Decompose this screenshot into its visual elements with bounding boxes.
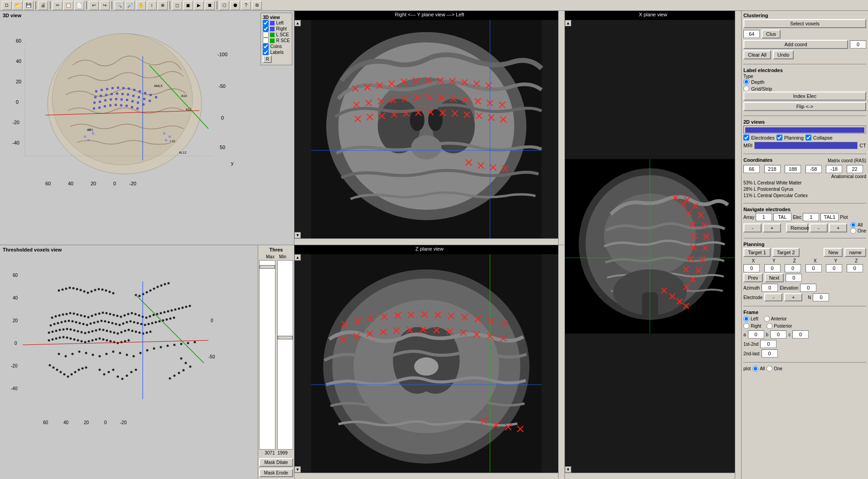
btn-remove[interactable]: Remove <box>786 223 808 232</box>
radio-left[interactable] <box>743 316 749 322</box>
mri-y-scroll-h[interactable] <box>294 238 558 245</box>
mri-x-scroll-h[interactable] <box>565 473 735 479</box>
btn-elec-minus[interactable]: - <box>764 293 782 301</box>
btn-mask-erode[interactable]: Mask Erode <box>259 469 293 477</box>
toolbar-btn-hex1[interactable]: ⬡ <box>219 1 229 10</box>
radio-anterior-row[interactable]: Anterior <box>764 316 787 322</box>
toolbar-btn-undo[interactable]: ↩ <box>89 1 99 10</box>
plan-x1[interactable] <box>743 264 760 272</box>
mri-y-image[interactable] <box>294 20 558 238</box>
overlay-r-button[interactable]: R <box>263 55 272 63</box>
toolbar-btn-copy[interactable]: 📋 <box>63 1 73 10</box>
next-val[interactable] <box>786 274 802 282</box>
toolbar-btn-pan[interactable]: ✋ <box>136 1 146 10</box>
add-coord-val[interactable] <box>850 40 866 48</box>
toolbar-btn-settings[interactable]: ⚙ <box>252 1 262 10</box>
radio-plot-all[interactable] <box>850 222 856 228</box>
radio-depth-row[interactable]: Depth <box>743 79 866 85</box>
btn-name[interactable]: name <box>844 248 866 257</box>
frame-a-input[interactable] <box>748 330 764 339</box>
radio-plot2-one[interactable] <box>767 366 772 372</box>
btn-target1[interactable]: Target 1 <box>743 248 771 257</box>
nav-arrow-x-up[interactable]: ▲ <box>565 20 571 26</box>
toolbar-btn-cut[interactable]: ✂ <box>53 1 63 10</box>
radio-anterior[interactable] <box>764 316 770 322</box>
toolbar-btn-rect[interactable]: ◻ <box>172 1 182 10</box>
btn-clus[interactable]: Clus <box>762 29 781 39</box>
btn-index-elec[interactable]: Index Elec <box>743 92 866 101</box>
plan-z2[interactable] <box>847 264 863 272</box>
toolbar-btn-cursor[interactable]: ⊕ <box>158 1 168 10</box>
n-input[interactable] <box>813 293 829 301</box>
radio-plot-one[interactable] <box>850 228 856 234</box>
thresh-slider-min[interactable] <box>277 260 294 450</box>
radio-all-row[interactable]: All <box>850 222 866 228</box>
btn-mask-dilate[interactable]: Mask Dilate <box>259 458 293 467</box>
coord-y2[interactable] <box>826 165 842 173</box>
toolbar-btn-redo[interactable]: ↪ <box>100 1 110 10</box>
overlay-item-labels[interactable]: Labels <box>263 49 290 55</box>
check-electrodes-row[interactable]: Electrodes <box>743 135 775 140</box>
array-input[interactable] <box>756 213 772 221</box>
toolbar-btn-rotate[interactable]: ↕ <box>147 1 157 10</box>
thresh-slider-max[interactable] <box>259 260 275 450</box>
tal2-input[interactable] <box>820 213 839 221</box>
btn-target2[interactable]: Target 2 <box>772 248 800 257</box>
toolbar-btn-new[interactable]: 🗋 <box>2 1 12 10</box>
elevation-input[interactable] <box>800 284 816 292</box>
first-last-input[interactable] <box>760 340 776 348</box>
views-2d-slider[interactable] <box>743 126 866 134</box>
check-collapse[interactable] <box>805 135 811 140</box>
plan-y2[interactable] <box>826 264 842 272</box>
overlay-check-left[interactable] <box>263 20 269 26</box>
overlay-check-right[interactable] <box>263 26 269 32</box>
plot-one-row[interactable]: One <box>767 366 782 372</box>
clustering-input-64[interactable] <box>743 30 760 38</box>
toolbar-btn-print[interactable]: 🖨 <box>38 1 48 10</box>
mri-z-image[interactable] <box>294 254 558 473</box>
check-electrodes[interactable] <box>743 135 749 140</box>
thresh-slider-max-thumb[interactable] <box>260 265 275 269</box>
mri-x-scroll-v[interactable] <box>735 11 741 479</box>
btn-clear-all[interactable]: Clear All <box>743 50 771 59</box>
btn-flip[interactable]: Flip <-> <box>743 102 866 111</box>
mri-x-image[interactable] <box>565 20 735 473</box>
coord-z1[interactable] <box>785 165 801 173</box>
coord-x1[interactable] <box>743 165 760 173</box>
nav-arrow-z-up[interactable]: ▲ <box>294 254 301 261</box>
toolbar-btn-zoom-out[interactable]: 🔎 <box>125 1 135 10</box>
toolbar-btn-open[interactable]: 📂 <box>13 1 23 10</box>
frame-b-input[interactable] <box>770 330 786 339</box>
coord-y1[interactable] <box>764 165 781 173</box>
overlay-item-left[interactable]: Left <box>263 20 290 26</box>
azimuth-input[interactable] <box>762 284 778 292</box>
radio-posterior[interactable] <box>767 323 772 329</box>
elec-input[interactable] <box>803 213 819 221</box>
plan-y1[interactable] <box>764 264 781 272</box>
radio-grid[interactable] <box>743 86 749 92</box>
overlay-item-lsce[interactable]: L SCE <box>263 32 290 38</box>
nav-arrow-up[interactable]: ▲ <box>294 20 301 26</box>
coord-x2[interactable] <box>805 165 822 173</box>
frame-c-input[interactable] <box>792 330 809 339</box>
second-last-input[interactable] <box>762 349 778 358</box>
btn-new[interactable]: New <box>824 248 843 257</box>
radio-one-row[interactable]: One <box>850 228 866 234</box>
btn-plus-elec[interactable]: + <box>829 223 847 232</box>
nav-arrow-x-down[interactable]: ▼ <box>565 466 571 473</box>
plan-x2[interactable] <box>805 264 822 272</box>
overlay-item-coins[interactable]: Coins <box>263 44 290 49</box>
mri-ct-slider[interactable] <box>754 142 858 149</box>
radio-grid-row[interactable]: Grid/Strip <box>743 86 866 92</box>
radio-right-row[interactable]: Right <box>743 323 761 329</box>
toolbar-btn-stop[interactable]: ⏹ <box>205 1 215 10</box>
check-collapse-row[interactable]: Collapse <box>805 135 833 140</box>
btn-minus-elec[interactable]: - <box>810 223 828 232</box>
btn-plus-array[interactable]: + <box>763 223 781 232</box>
toolbar-btn-play[interactable]: ▶ <box>194 1 204 10</box>
radio-plot2-all[interactable] <box>752 366 758 372</box>
btn-prev[interactable]: Prev <box>743 273 763 282</box>
brain-3d-view[interactable]: 60 40 20 0 -20 -40 60 40 20 0 -20 -100 -… <box>9 20 245 188</box>
overlay-check-labels[interactable] <box>263 49 269 55</box>
mri-y-scroll-v[interactable] <box>558 11 564 245</box>
